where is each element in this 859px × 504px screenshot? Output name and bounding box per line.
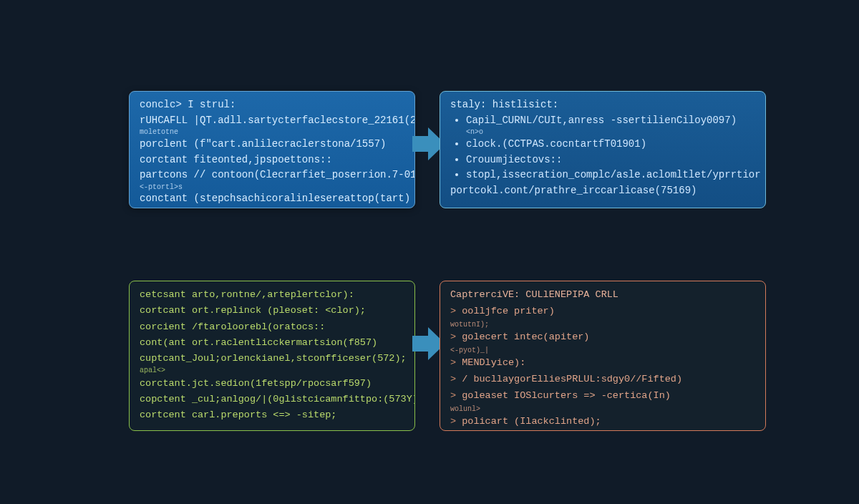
terminal-subline: wotutnI); (450, 319, 755, 331)
code-line: conclc> I strul: (140, 97, 404, 113)
terminal-header: CaptrerciVE: CULlENEPIPA CRLL (450, 287, 755, 304)
code-line: cont(ant ort.raclentlicckermartsion(f857… (140, 335, 404, 351)
terminal-line: golecert intec(apiter) (450, 329, 755, 346)
code-line: cortcent carl.preports <=> -sitep; (140, 407, 404, 423)
terminal-line: goleaset IOSlcurters => -certica(In) (450, 388, 755, 404)
list-item: clock.(CCTPAS.cocntartfT01901) (466, 137, 755, 152)
code-line: partcons // contoon(Clecrarfiet_poserrio… (140, 168, 404, 183)
terminal-line: MENDlyice): (450, 355, 755, 372)
code-line: corcient /ftaroloorebl(oratocs:: (140, 319, 404, 335)
terminal-subline: <-pyot)_| (450, 344, 755, 357)
code-line: cortcant ort.replinck (pleoset: <clor); (140, 303, 404, 319)
code-line: porclent (f"cart.anlilecraclerstona/1557… (140, 137, 404, 152)
code-block-top-left: conclc> I strul: rUHCAFLL |QT.adll.sarty… (129, 91, 415, 208)
bullet-list: Capil_CURNL/CUIt,anress -ssertilienCiloy… (450, 113, 755, 183)
code-line: corctant fiteonted,jpspoettons:: (140, 152, 404, 168)
code-subline: apal<> (140, 365, 404, 377)
code-subline: <n>o (466, 127, 755, 138)
list-item: Capil_CURNL/CUIt,anress -ssertilienCiloy… (466, 113, 755, 138)
code-subline: moletotne (140, 127, 404, 138)
terminal-line: / bucllaygorElliesPRLUL:sdgy0//Fifted) (450, 372, 755, 388)
code-line: cuptcant_Joul;orlenckianel,stconfficeser… (140, 351, 404, 367)
code-block-bottom-left: cetcsant arto,rontne/,arteplertclor): co… (129, 281, 415, 431)
code-line: corctant.jct.sedion(1fetspp/rpocsarf597) (140, 376, 404, 392)
code-subline: <-ptortl>s (140, 182, 404, 193)
terminal-line: policart (Ilackclinted); (450, 414, 755, 430)
code-line: copctent _cul;anlgog/|(0glistcicamnfittp… (140, 392, 404, 407)
code-line: rUHCAFLL |QT.adll.sartycterfaclecstore_2… (140, 113, 404, 129)
code-line-header: staly: histlisict: (450, 97, 755, 113)
terminal-block-bottom-right: CaptrerciVE: CULlENEPIPA CRLL oolljfce p… (440, 281, 766, 431)
terminal-subline: wolunl> (450, 403, 755, 415)
list-item: stopl,issecration_complc/asle.aclomltlet… (466, 168, 755, 183)
diagram-canvas: conclc> I strul: rUHCAFLL |QT.adll.sarty… (0, 0, 859, 504)
list-item: Crouumjiectovs:: (466, 152, 755, 168)
code-line: cetcsant arto,rontne/,arteplertclor): (140, 287, 404, 303)
terminal-line: oolljfce priter) (450, 304, 755, 320)
terminal-line: pulecant;/(llstaatcroacicorinxicapritidt… (450, 430, 755, 431)
code-line: conctant (stepchsachicoralinlesereattop(… (140, 191, 404, 207)
code-block-top-right: staly: histlisict: Capil_CURNL/CUIt,anre… (440, 91, 766, 208)
code-line: portcokl.cont/prathre_irccarlicase(75169… (450, 183, 755, 199)
